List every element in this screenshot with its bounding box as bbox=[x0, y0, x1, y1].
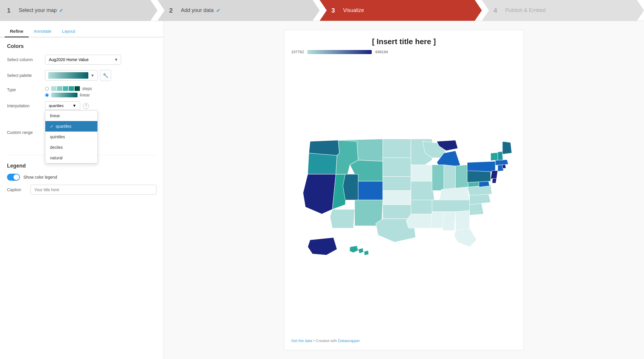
map-legend-bar: 107762 648194 bbox=[291, 50, 516, 54]
legend-title: Legend bbox=[7, 163, 156, 169]
interp-quintiles-label: quintiles bbox=[50, 134, 65, 139]
palette-gradient-preview bbox=[48, 72, 88, 79]
step-3[interactable]: 3 Visualize bbox=[320, 0, 482, 21]
state-ny bbox=[467, 161, 495, 172]
state-al bbox=[442, 212, 455, 230]
tab-refine[interactable]: Refine bbox=[5, 26, 29, 37]
steps-preview bbox=[51, 86, 80, 91]
colors-section: Colors Select column Aug2020 Home Value … bbox=[0, 37, 163, 155]
step-2-label: Add your data bbox=[181, 7, 214, 13]
show-legend-toggle[interactable] bbox=[7, 174, 20, 181]
step-1-number: 1 bbox=[7, 7, 15, 14]
colors-title: Colors bbox=[7, 43, 156, 49]
palette-arrow-icon: ▼ bbox=[91, 73, 94, 78]
interp-option-linear[interactable]: linear bbox=[45, 111, 97, 121]
state-fl bbox=[454, 228, 476, 247]
show-legend-label: Show color legend bbox=[23, 175, 57, 180]
interp-deciles-label: deciles bbox=[50, 145, 63, 150]
palette-button[interactable]: ▼ bbox=[45, 70, 98, 81]
step-1[interactable]: 1 Select your map ✔ bbox=[0, 0, 158, 21]
step-3-label: Visualize bbox=[343, 7, 364, 13]
interp-option-quintiles[interactable]: quintiles bbox=[45, 132, 97, 142]
custom-range-label: Custom range bbox=[7, 127, 45, 135]
step-2-number: 2 bbox=[169, 7, 178, 14]
interpolation-arrow-icon: ▼ bbox=[73, 103, 76, 108]
state-sd bbox=[383, 158, 411, 176]
left-panel: Refine Annotate Layout Colors Select col… bbox=[0, 21, 164, 359]
legend-gradient-bar bbox=[307, 50, 372, 54]
step-4-number: 4 bbox=[494, 7, 502, 14]
state-ks bbox=[383, 190, 411, 204]
state-hi-3 bbox=[364, 250, 369, 255]
state-de bbox=[492, 178, 497, 183]
type-linear-radio[interactable] bbox=[45, 93, 49, 97]
state-az bbox=[330, 209, 354, 228]
main-layout: Refine Annotate Layout Colors Select col… bbox=[0, 21, 644, 359]
state-ia bbox=[411, 165, 432, 181]
select-palette-row: Select palette ▼ 🔧 bbox=[7, 70, 156, 81]
step-2-check: ✔ bbox=[216, 7, 221, 14]
state-nj bbox=[491, 170, 498, 179]
interpolation-help-icon[interactable]: ? bbox=[83, 103, 89, 109]
state-nh bbox=[498, 151, 503, 160]
interp-linear-label: linear bbox=[50, 113, 60, 118]
step-3-number: 3 bbox=[331, 7, 340, 14]
step3 bbox=[63, 86, 68, 91]
select-column-dropdown[interactable]: Aug2020 Home Value bbox=[45, 55, 121, 65]
linear-label: linear bbox=[80, 93, 90, 97]
step-4[interactable]: 4 Publish & Embed bbox=[482, 0, 644, 21]
state-co bbox=[355, 181, 383, 200]
state-nd bbox=[383, 139, 411, 158]
interpolation-current-value: quartiles bbox=[49, 103, 63, 108]
interp-option-natural[interactable]: natural bbox=[45, 153, 97, 163]
select-column-label: Select column bbox=[7, 57, 45, 62]
state-ca bbox=[303, 174, 336, 214]
state-or bbox=[308, 153, 337, 174]
interp-option-quartiles[interactable]: ✓ quartiles bbox=[45, 121, 97, 132]
toggle-knob bbox=[13, 174, 19, 180]
wrench-button[interactable]: 🔧 bbox=[100, 70, 111, 81]
tab-layout[interactable]: Layout bbox=[57, 26, 80, 37]
select-column-row: Select column Aug2020 Home Value ▼ bbox=[7, 55, 156, 65]
caption-input[interactable] bbox=[30, 185, 156, 195]
interpolation-dropdown-menu: linear ✓ quartiles quintiles deciles nat… bbox=[45, 110, 98, 163]
linear-preview bbox=[51, 93, 78, 97]
interp-option-deciles[interactable]: deciles bbox=[45, 142, 97, 153]
type-steps-radio[interactable] bbox=[45, 87, 49, 91]
interpolation-label: Interpolation bbox=[7, 103, 45, 108]
select-column-wrapper: Aug2020 Home Value ▼ bbox=[45, 55, 121, 65]
wrench-icon: 🔧 bbox=[103, 73, 109, 78]
state-ne bbox=[383, 176, 411, 190]
type-steps-option[interactable]: steps bbox=[45, 86, 92, 91]
state-ms bbox=[431, 212, 444, 228]
select-palette-label: Select palette bbox=[7, 73, 45, 78]
footer-middle-text: • Created with bbox=[313, 339, 338, 343]
state-vt bbox=[491, 153, 498, 160]
interpolation-dropdown-trigger[interactable]: quartiles ▼ bbox=[45, 101, 80, 110]
right-panel: [ Insert title here ] 107762 648194 bbox=[164, 21, 644, 359]
map-container: [ Insert title here ] 107762 648194 bbox=[284, 30, 524, 350]
state-oh bbox=[455, 165, 468, 188]
step5 bbox=[75, 86, 80, 91]
steps-label: steps bbox=[82, 86, 92, 91]
caption-row: Caption bbox=[7, 185, 156, 195]
state-ak bbox=[308, 237, 337, 255]
datawrapper-link[interactable]: Datawrapper bbox=[338, 339, 360, 343]
map-svg-area bbox=[291, 59, 516, 336]
tab-annotate[interactable]: Annotate bbox=[29, 26, 57, 37]
step-1-label: Select your map bbox=[19, 7, 57, 13]
checkmark-icon: ✓ bbox=[50, 124, 54, 129]
step-1-check: ✔ bbox=[59, 7, 63, 14]
step1 bbox=[51, 86, 56, 91]
legend-section: Legend Show color legend Caption bbox=[0, 160, 163, 201]
state-mo bbox=[411, 181, 434, 200]
map-footer: Get the data • Created with Datawrapper bbox=[291, 339, 360, 343]
type-options: steps linear bbox=[45, 86, 92, 97]
type-linear-option[interactable]: linear bbox=[45, 93, 92, 97]
state-ut bbox=[343, 174, 358, 200]
state-tn bbox=[432, 200, 471, 212]
step-2[interactable]: 2 Add your data ✔ bbox=[158, 0, 320, 21]
step4 bbox=[69, 86, 74, 91]
state-hi-1 bbox=[349, 246, 358, 253]
get-data-link[interactable]: Get the data bbox=[291, 339, 312, 343]
